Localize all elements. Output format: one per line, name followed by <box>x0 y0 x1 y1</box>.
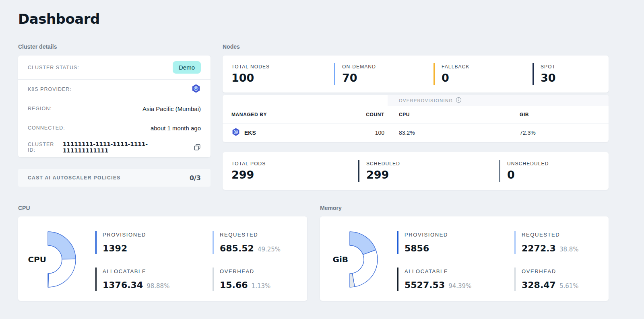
memory-card: GiB PROVISIONED 5856 REQUESTED 2272.3 38… <box>320 216 609 301</box>
memory-half-donut-chart <box>347 229 381 290</box>
stat-value: 1376.34 <box>103 280 143 290</box>
section-title-cluster-details: Cluster details <box>18 43 57 50</box>
stat-total-pods: TOTAL PODS 299 <box>231 160 358 182</box>
stat-percent: 98.88% <box>147 282 169 290</box>
stat-label: PROVISIONED <box>103 232 213 238</box>
stat-value: 15.66 <box>220 280 248 290</box>
section-title-cpu: CPU <box>18 205 30 211</box>
k8s-provider-row: K8S PROVIDER: K <box>18 80 211 99</box>
cpu-donut-center-label: CPU <box>18 255 46 264</box>
svg-text:K: K <box>235 131 237 133</box>
managed-by-value: EKS <box>244 130 256 136</box>
stat-label: OVERHEAD <box>220 268 299 274</box>
stat-value: 299 <box>366 169 499 181</box>
cpu-card: CPU PROVISIONED 1392 REQUESTED 685.52 49… <box>18 216 307 301</box>
stat-label: PROVISIONED <box>405 232 514 238</box>
stat-fallback: FALLBACK 0 <box>433 63 533 85</box>
copy-icon[interactable] <box>194 144 201 151</box>
stat-label: SCHEDULED <box>366 161 499 167</box>
region-row: REGION: Asia Pacific (Mumbai) <box>18 99 211 118</box>
table-row[interactable]: K EKS 100 83.2% 72.3% <box>223 123 609 142</box>
cluster-status-row: CLUSTER STATUS: Demo <box>18 56 211 80</box>
memory-stat-overhead: OVERHEAD 328.47 5.61% <box>514 268 601 291</box>
stat-on-demand: ON-DEMAND 70 <box>334 63 433 85</box>
stat-label: TOTAL NODES <box>231 64 334 70</box>
autoscaler-policies-label: CAST AI AUTOSCALER POLICIES <box>28 175 121 181</box>
cluster-id-label: CLUSTER ID: <box>28 142 63 153</box>
stat-value: 0 <box>507 169 609 181</box>
stat-unscheduled: UNSCHEDULED 0 <box>499 160 609 182</box>
k8s-provider-label: K8S PROVIDER: <box>28 86 72 92</box>
cpu-stat-provisioned: PROVISIONED 1392 <box>95 231 213 254</box>
table-header-row: MANAGED BY COUNT CPU GIB <box>223 106 609 123</box>
section-title-nodes: Nodes <box>223 43 240 50</box>
pods-stats-card: TOTAL PODS 299 SCHEDULED 299 UNSCHEDULED… <box>223 152 609 190</box>
stat-percent: 49.25% <box>258 246 281 253</box>
svg-text:K: K <box>195 87 197 90</box>
stat-value: 328.47 <box>522 280 556 290</box>
page-title: Dashboard <box>18 11 100 27</box>
count-value: 100 <box>344 130 384 136</box>
dashboard-page: Dashboard Cluster details CLUSTER STATUS… <box>0 0 644 319</box>
autoscaler-policies-bar[interactable]: CAST AI AUTOSCALER POLICIES 0/3 <box>18 169 211 187</box>
cpu-stat-overhead: OVERHEAD 15.66 1.13% <box>213 268 299 291</box>
stat-label: ALLOCATABLE <box>405 268 514 274</box>
stat-spot: SPOT 30 <box>533 63 609 85</box>
stat-value: 100 <box>231 72 334 84</box>
stat-label: REQUESTED <box>220 232 299 238</box>
cluster-details-card: CLUSTER STATUS: Demo K8S PROVIDER: K REG… <box>18 56 211 157</box>
col-header-managed-by: MANAGED BY <box>231 112 344 117</box>
autoscaler-policies-count: 0/3 <box>190 174 201 182</box>
connected-row: CONNECTED: about 1 month ago <box>18 118 211 138</box>
stat-label: TOTAL PODS <box>231 161 358 167</box>
cpu-half-donut-chart <box>45 229 79 290</box>
status-badge: Demo <box>173 61 201 74</box>
stat-value: 2272.3 <box>522 243 556 253</box>
overprovisioning-label: OVERPROVISIONING <box>399 98 453 103</box>
stat-label: ALLOCATABLE <box>103 268 213 274</box>
eks-hexagon-icon: K <box>231 128 240 138</box>
stat-label: REQUESTED <box>522 232 601 238</box>
stat-value: 30 <box>541 72 609 84</box>
stat-label: SPOT <box>541 64 609 70</box>
gib-overprovisioning-value: 72.3% <box>505 130 600 136</box>
cluster-status-label: CLUSTER STATUS: <box>28 65 79 70</box>
col-header-count: COUNT <box>344 112 384 117</box>
region-label: REGION: <box>28 106 52 111</box>
col-header-gib: GIB <box>505 112 600 117</box>
info-circle-icon[interactable] <box>456 97 462 104</box>
stat-percent: 5.61% <box>559 282 579 290</box>
stat-value: 5527.53 <box>405 280 445 290</box>
stat-percent: 38.8% <box>559 246 579 253</box>
cpu-stat-allocatable: ALLOCATABLE 1376.34 98.88% <box>95 268 213 291</box>
stat-percent: 1.13% <box>252 282 271 290</box>
connected-label: CONNECTED: <box>28 125 65 131</box>
cpu-overprovisioning-value: 83.2% <box>384 130 505 136</box>
stat-value: 1392 <box>103 243 127 253</box>
stat-scheduled: SCHEDULED 299 <box>358 160 499 182</box>
section-title-memory: Memory <box>320 205 342 211</box>
region-value: Asia Pacific (Mumbai) <box>142 105 201 112</box>
stat-value: 0 <box>442 72 533 84</box>
stat-label: FALLBACK <box>442 64 533 70</box>
connected-value: about 1 month ago <box>151 125 201 132</box>
stat-total-nodes: TOTAL NODES 100 <box>231 63 334 85</box>
stat-label: ON-DEMAND <box>342 64 433 70</box>
memory-donut-center-label: GiB <box>320 255 348 264</box>
managed-by-table-card: OVERPROVISIONING MANAGED BY COUNT CPU GI… <box>223 95 609 142</box>
nodes-stats-card: TOTAL NODES 100 ON-DEMAND 70 FALLBACK 0 … <box>223 56 609 93</box>
memory-stat-requested: REQUESTED 2272.3 38.8% <box>514 231 601 254</box>
overprovisioning-band: OVERPROVISIONING <box>223 95 609 106</box>
col-header-cpu: CPU <box>384 112 505 117</box>
stat-label: UNSCHEDULED <box>507 161 609 167</box>
cluster-id-row: CLUSTER ID: 11111111-1111-1111-1111-1111… <box>18 138 211 157</box>
cpu-stat-requested: REQUESTED 685.52 49.25% <box>213 231 299 254</box>
stat-value: 70 <box>342 72 433 84</box>
cluster-id-value: 11111111-1111-1111-1111-111111111111 <box>63 141 190 154</box>
memory-stat-provisioned: PROVISIONED 5856 <box>397 231 514 254</box>
eks-hexagon-icon: K <box>191 84 201 95</box>
stat-value: 299 <box>231 169 358 181</box>
stat-value: 5856 <box>405 243 429 253</box>
memory-stat-allocatable: ALLOCATABLE 5527.53 94.39% <box>397 268 514 291</box>
stat-label: OVERHEAD <box>522 268 601 274</box>
